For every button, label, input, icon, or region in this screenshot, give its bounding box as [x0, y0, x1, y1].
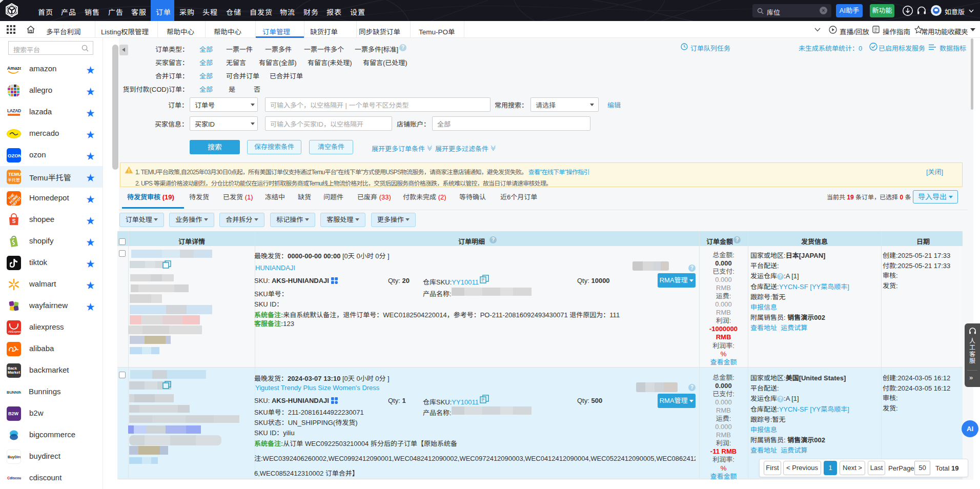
svg-text:S: S [12, 218, 16, 224]
